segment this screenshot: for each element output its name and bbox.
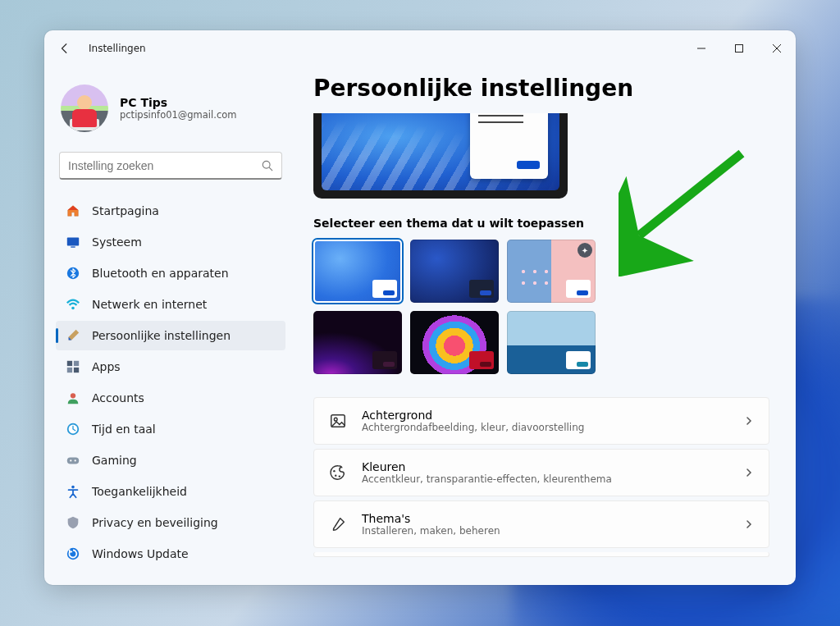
avatar — [61, 85, 108, 132]
sidebar-item-label: Tijd en taal — [92, 423, 156, 436]
system-icon — [66, 235, 80, 249]
theme-tile-spotlight[interactable]: ✦ — [507, 240, 596, 303]
sidebar-item-network[interactable]: Netwerk en internet — [56, 290, 285, 319]
settings-row-colors[interactable]: Kleuren Accentkleur, transparantie-effec… — [313, 449, 769, 496]
accessibility-icon — [66, 484, 80, 499]
nav-list: Startpagina Systeem Bluetooth en apparat… — [56, 196, 285, 569]
theme-tile-dark-bloom[interactable] — [410, 240, 499, 303]
row-subtitle: Installeren, maken, beheren — [362, 525, 729, 537]
sidebar-item-label: Apps — [92, 360, 121, 373]
minimize-button[interactable] — [682, 30, 720, 66]
window-controls — [682, 30, 796, 66]
row-title: Achtergrond — [362, 409, 729, 422]
svg-rect-14 — [67, 457, 79, 464]
svg-rect-9 — [67, 368, 72, 372]
sidebar-item-label: Persoonlijke instellingen — [92, 329, 231, 342]
brush-icon — [329, 515, 347, 533]
svg-point-17 — [71, 486, 75, 489]
sidebar-item-home[interactable]: Startpagina — [56, 196, 285, 226]
spotlight-gear-icon: ✦ — [578, 243, 592, 258]
search-input[interactable] — [68, 159, 262, 172]
palette-icon — [329, 464, 347, 482]
theme-tile-light-bloom[interactable] — [313, 240, 402, 303]
svg-point-21 — [333, 470, 335, 472]
update-icon — [66, 546, 80, 561]
settings-row-themes[interactable]: Thema's Installeren, maken, beheren — [313, 500, 769, 548]
svg-point-11 — [71, 393, 75, 398]
svg-point-22 — [335, 474, 336, 476]
sidebar-item-label: Toegankelijkheid — [92, 485, 187, 498]
theme-grid: ✦ — [313, 240, 769, 374]
theme-tile-captured-motion[interactable] — [410, 311, 499, 374]
theme-tile-glow[interactable] — [313, 311, 402, 374]
svg-rect-4 — [71, 246, 75, 247]
close-button[interactable] — [758, 30, 796, 66]
sidebar-item-label: Privacy en beveiliging — [92, 516, 218, 529]
settings-window: Instellingen PC Tips pctipsinfo01@gmail.… — [44, 30, 796, 585]
shield-icon — [66, 515, 80, 530]
sidebar-item-apps[interactable]: Apps — [56, 352, 285, 382]
maximize-button[interactable] — [720, 30, 758, 66]
sidebar-item-label: Netwerk en internet — [92, 298, 207, 311]
profile-email: pctipsinfo01@gmail.com — [120, 109, 236, 121]
svg-rect-10 — [74, 368, 79, 372]
sidebar-item-time[interactable]: Tijd en taal — [56, 414, 285, 444]
wifi-icon — [66, 297, 80, 312]
paintbrush-icon — [66, 328, 80, 343]
sidebar-item-label: Systeem — [92, 235, 142, 249]
picture-icon — [329, 412, 347, 430]
back-button[interactable] — [59, 43, 71, 54]
chevron-right-icon — [744, 465, 754, 481]
row-title: Kleuren — [362, 460, 729, 473]
sidebar-item-personalization[interactable]: Persoonlijke instellingen — [56, 321, 285, 350]
clock-icon — [66, 422, 80, 436]
sidebar-item-label: Startpagina — [92, 204, 159, 217]
sidebar-item-gaming[interactable]: Gaming — [56, 446, 285, 475]
sidebar-item-label: Windows Update — [92, 547, 189, 560]
profile-name: PC Tips — [120, 96, 236, 109]
svg-point-23 — [339, 475, 340, 477]
main-pane: Persoonlijke instellingen Selecteer een … — [292, 66, 796, 585]
theme-heading: Selecteer een thema dat u wilt toepassen — [313, 217, 769, 230]
row-title: Thema's — [362, 512, 729, 525]
search-box[interactable] — [59, 152, 282, 180]
bluetooth-icon — [66, 266, 80, 281]
svg-point-15 — [70, 459, 71, 461]
chevron-right-icon — [744, 414, 754, 429]
settings-row-background[interactable]: Achtergrond Achtergrondafbeelding, kleur… — [313, 397, 769, 445]
svg-rect-7 — [67, 361, 72, 366]
sidebar-item-label: Accounts — [92, 391, 144, 404]
chevron-right-icon — [744, 517, 754, 532]
svg-line-2 — [269, 167, 272, 171]
home-icon — [66, 203, 80, 218]
svg-rect-3 — [67, 238, 79, 246]
preview-inner-window — [470, 113, 548, 179]
svg-rect-0 — [736, 45, 743, 53]
sidebar-item-update[interactable]: Windows Update — [56, 539, 285, 569]
sidebar-item-bluetooth[interactable]: Bluetooth en apparaten — [56, 258, 285, 288]
apps-icon — [66, 359, 80, 374]
gaming-icon — [66, 453, 80, 468]
sidebar-item-privacy[interactable]: Privacy en beveiliging — [56, 508, 285, 537]
svg-point-16 — [75, 459, 76, 461]
page-title: Persoonlijke instellingen — [313, 75, 769, 102]
accounts-icon — [66, 391, 80, 405]
svg-point-1 — [262, 161, 270, 168]
settings-row-next-peek — [313, 552, 769, 557]
profile-card[interactable]: PC Tips pctipsinfo01@gmail.com — [56, 70, 285, 152]
sidebar: PC Tips pctipsinfo01@gmail.com Startpagi… — [44, 66, 292, 585]
desktop-preview — [313, 113, 568, 199]
svg-rect-8 — [74, 361, 79, 366]
sidebar-item-label: Gaming — [92, 454, 137, 467]
window-title: Instellingen — [89, 43, 146, 54]
sidebar-item-accessibility[interactable]: Toegankelijkheid — [56, 477, 285, 506]
row-subtitle: Accentkleur, transparantie-effecten, kle… — [362, 473, 729, 485]
settings-list: Achtergrond Achtergrondafbeelding, kleur… — [313, 397, 769, 557]
sidebar-item-label: Bluetooth en apparaten — [92, 267, 229, 280]
svg-point-6 — [71, 307, 75, 310]
titlebar: Instellingen — [44, 30, 796, 66]
search-icon — [262, 160, 273, 171]
theme-tile-sunrise[interactable] — [507, 311, 596, 374]
sidebar-item-system[interactable]: Systeem — [56, 227, 285, 257]
sidebar-item-accounts[interactable]: Accounts — [56, 383, 285, 413]
